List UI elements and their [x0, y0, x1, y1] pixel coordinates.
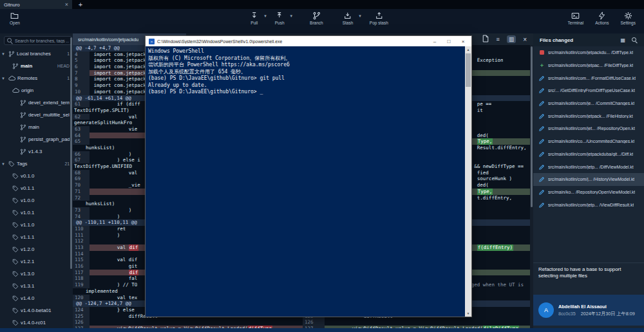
file-row[interactable]: src/main/kotlin/com... /FormatDiffUseCas… [533, 71, 644, 84]
close-diff-icon[interactable]: × [523, 36, 527, 43]
terminal-icon [571, 12, 580, 20]
label: v1.1.0 [21, 222, 70, 228]
sidebar-item-v1-4-3[interactable]: v1.4.3 [0, 145, 73, 158]
sidebar-item-main[interactable]: main [0, 121, 73, 133]
terminal-button[interactable]: Terminal [565, 10, 587, 26]
new-tab-button[interactable]: + [72, 0, 89, 9]
split-view-icon[interactable]: ▥ [507, 35, 516, 43]
file-row[interactable]: src/main/kotlin/com/jetp... /ViewDiffRes… [533, 198, 644, 211]
label: v1.4.0-rc01 [21, 320, 70, 326]
minimize-button[interactable]: – [428, 39, 442, 44]
tree-view-toggle-icon[interactable]: ▦ [620, 37, 625, 43]
tab-close-icon[interactable]: × [65, 2, 68, 8]
terminal-window[interactable]: > C:\Windows\System32\WindowsPowerShell\… [145, 35, 472, 317]
line-number: 10 [73, 89, 90, 95]
pop-stash-icon [375, 12, 383, 20]
line-text: if (diff [90, 101, 140, 107]
sidebar-item-v1-3-0[interactable]: v1.3.0 [0, 268, 73, 280]
sidebar-section-local-branches[interactable]: ▾Local branches1 [0, 48, 73, 60]
file-document-icon[interactable] [482, 35, 489, 44]
open-button[interactable]: Open [6, 10, 23, 26]
line-number: 71 [73, 189, 90, 195]
push-dropdown-icon[interactable]: ▾ [290, 14, 293, 19]
sidebar-item-v1-4-0-rc01[interactable]: v1.4.0-rc01 [0, 317, 73, 328]
scroll-thumb[interactable] [466, 53, 471, 87]
file-row[interactable]: src/... /GetDiffEntryFromDiffTypeUseCase… [533, 84, 644, 97]
line-number: 112 [73, 238, 90, 244]
file-path: src/main/kotlin/com... /FormatDiffUseCas… [548, 76, 636, 80]
label: v1.2.0 [21, 246, 70, 252]
line-number: 63 [73, 126, 90, 133]
file-row[interactable]: +src/main/kotlin/com/jetpac... /FileDiff… [533, 59, 644, 72]
sidebar-item-main[interactable]: mainHEAD [0, 60, 73, 72]
branch-search-input[interactable]: Search for branches, tags ... [4, 36, 72, 45]
sidebar-item-devel-extend-termina[interactable]: devel_extend_termina [0, 97, 73, 109]
sidebar-item-persist-graph-paddin[interactable]: persist_graph_paddin [0, 133, 73, 145]
modified-file-icon [539, 202, 545, 208]
branch-icon [20, 124, 26, 131]
pop-stash-button[interactable]: Pop stash [366, 10, 392, 26]
unified-view-icon[interactable]: ≡ [496, 36, 499, 42]
line-text: _vie [90, 182, 140, 189]
terminal-line: (base) PS D:\JavaEE\github\Gitnuro> _ [148, 89, 464, 96]
terminal-line: Windows PowerShell [148, 48, 464, 55]
file-row[interactable]: src/main/ko... /RepositoryOpenViewModel.… [533, 186, 644, 199]
label: v1.3.1 [21, 283, 70, 289]
actions-button[interactable]: Actions [592, 10, 612, 26]
stash-dropdown-icon[interactable]: ▾ [359, 14, 361, 19]
modified-file-icon [539, 100, 545, 106]
scroll-up-icon[interactable]: ▲ [465, 46, 471, 53]
push-button[interactable]: Push [272, 10, 288, 26]
sidebar-item-v1-4-0[interactable]: v1.4.0 [0, 292, 73, 304]
file-row[interactable]: src/main/kotlin/com/j... /HistoryViewMod… [533, 173, 644, 186]
line-number: 74 [73, 214, 90, 220]
file-row[interactable]: src/main/kotlin/com/je... /CommitChanges… [533, 97, 644, 110]
file-row[interactable]: src/main/kotlin/co.../UncommitedChanges.… [533, 135, 644, 148]
modified-file-icon [539, 138, 545, 144]
branch-icon [20, 136, 26, 143]
settings-button[interactable]: Settings [618, 10, 639, 26]
file-search-icon[interactable] [632, 37, 638, 43]
sidebar-item-v1-0-1[interactable]: v1.0.1 [0, 207, 73, 219]
sidebar-item-v1-3-1[interactable]: v1.3.1 [0, 280, 73, 292]
line-number: 61 [73, 101, 90, 107]
sidebar-item-v1-2-0[interactable]: v1.2.0 [0, 243, 73, 255]
file-row[interactable]: src/main/kotlin/com/jetp... /DiffViewMod… [533, 160, 644, 173]
commit-author-card[interactable]: A Abdelilah El Aissaoui 8cc0c35 2024年12月… [533, 295, 644, 326]
sidebar-item-v0-1-0[interactable]: v0.1.0 [0, 170, 73, 182]
files-changed-panel: Files changed ▦ src/main/kotlin/com/jetp… [533, 33, 644, 328]
sidebar-scrollbar[interactable] [70, 37, 72, 269]
line-number: 110 [73, 226, 90, 232]
terminal-titlebar[interactable]: > C:\Windows\System32\WindowsPowerShell\… [146, 36, 471, 46]
pull-dropdown-icon[interactable]: ▾ [264, 14, 267, 19]
sidebar-item-v1-1-0[interactable]: v1.1.0 [0, 219, 73, 231]
label: main [21, 63, 55, 69]
file-row[interactable]: src/main/kotlin/com/jetpackduba/git.../D… [533, 148, 644, 161]
sidebar-item-origin[interactable]: origin [0, 84, 73, 97]
scroll-down-icon[interactable]: ▼ [465, 310, 471, 317]
sidebar-section-remotes[interactable]: ▾Remotes1 [0, 72, 73, 84]
line-text: } else [90, 307, 135, 313]
terminal-scrollbar[interactable]: ▲ ▼ [465, 46, 471, 317]
file-row[interactable]: src/main/kotlin/com/jet... /RepositoryOp… [533, 122, 644, 135]
file-row[interactable]: src/main/kotlin/com/jetpack... /FileHist… [533, 109, 644, 122]
file-row[interactable]: src/main/kotlin/com/jetpackdu... /DiffTy… [533, 46, 644, 59]
tag-icon [12, 198, 19, 204]
line-number: 72 [73, 195, 90, 201]
sidebar-section-tags[interactable]: ▾Tags21 [0, 158, 73, 170]
sidebar-item-devel-multifile-select[interactable]: devel_multifile_select [0, 109, 73, 121]
terminal-output[interactable]: Windows PowerShell版权所有 (C) Microsoft Cor… [146, 46, 471, 317]
sidebar-tree: ▾Local branches1mainHEAD▾Remotes1origind… [0, 48, 73, 328]
tab-gitnuro[interactable]: Gitnuro × [0, 0, 72, 9]
branches-sidebar: Search for branches, tags ... ▾Local bra… [0, 33, 73, 328]
sidebar-item-v1-0-0[interactable]: v1.0.0 [0, 194, 73, 207]
sidebar-item-v1-1-1[interactable]: v1.1.1 [0, 231, 73, 243]
sidebar-item-v0-1-1[interactable]: v0.1.1 [0, 182, 73, 194]
branch-button[interactable]: Branch [307, 10, 327, 26]
close-window-button[interactable]: × [456, 39, 470, 44]
stash-button[interactable]: Stash [339, 10, 357, 26]
sidebar-item-v1-4-0-beta01[interactable]: v1.4.0-beta01 [0, 304, 73, 317]
sidebar-item-v1-2-1[interactable]: v1.2.1 [0, 255, 73, 268]
maximize-button[interactable]: □ [442, 39, 456, 44]
pull-button[interactable]: Pull [247, 10, 261, 26]
